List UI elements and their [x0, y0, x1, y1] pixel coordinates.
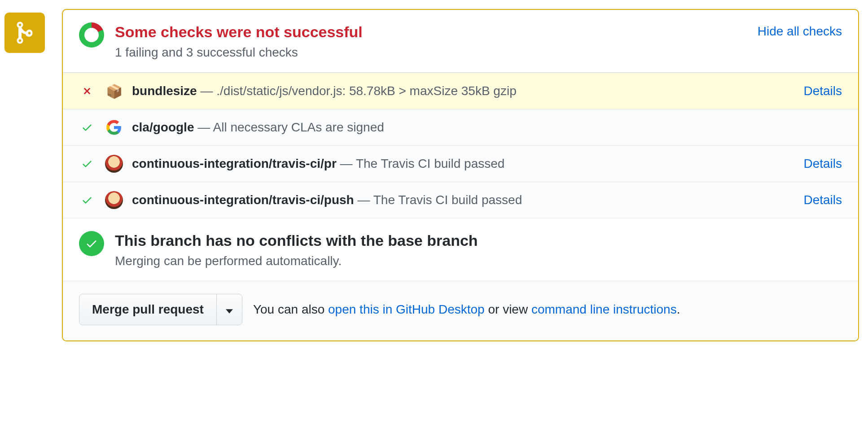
caret-down-icon: [226, 309, 233, 314]
check-details-link[interactable]: Details: [803, 193, 842, 207]
check-avatar: 📦: [105, 82, 123, 100]
check-status-icon: [79, 194, 95, 206]
check-name: continuous-integration/travis-ci/push: [132, 193, 354, 207]
git-merge-icon: [13, 20, 36, 45]
merge-actions-section: Merge pull request You can also open thi…: [63, 281, 858, 340]
hide-all-checks-link[interactable]: Hide all checks: [758, 24, 842, 39]
check-text: cla/google — All necessary CLAs are sign…: [132, 120, 842, 135]
check-row: cla/google — All necessary CLAs are sign…: [63, 109, 858, 145]
check-name: cla/google: [132, 120, 194, 134]
success-circle-icon: [79, 231, 104, 256]
check-row: continuous-integration/travis-ci/pr — Th…: [63, 145, 858, 182]
checks-summary-subtitle: 1 failing and 3 successful checks: [115, 45, 758, 60]
check-icon: [81, 158, 93, 170]
check-desc: The Travis CI build passed: [373, 193, 522, 207]
check-icon: [85, 237, 98, 250]
check-status-icon: [79, 158, 95, 170]
check-icon: [81, 194, 93, 206]
travis-ci-avatar-icon: [105, 155, 123, 173]
conflicts-subtitle: Merging can be performed automatically.: [115, 254, 842, 268]
check-name: bundlesize: [132, 84, 197, 98]
check-status-icon: [79, 122, 95, 133]
command-line-instructions-link[interactable]: command line instructions: [531, 302, 677, 316]
check-row: continuous-integration/travis-ci/push — …: [63, 182, 858, 218]
check-text: continuous-integration/travis-ci/pr — Th…: [132, 157, 796, 171]
merge-button-group: Merge pull request: [79, 294, 242, 325]
x-icon: [82, 86, 92, 96]
travis-ci-avatar-icon: [105, 191, 123, 209]
google-logo-icon: [106, 119, 122, 135]
check-row: 📦bundlesize — ./dist/static/js/vendor.js…: [63, 73, 858, 109]
package-icon: 📦: [106, 83, 123, 99]
check-text: continuous-integration/travis-ci/push — …: [132, 193, 796, 207]
check-name: continuous-integration/travis-ci/pr: [132, 157, 337, 170]
merge-status-panel: Some checks were not successful 1 failin…: [62, 9, 859, 341]
check-icon: [81, 122, 93, 133]
merge-status-badge: [4, 13, 45, 53]
merge-help-mid: or view: [485, 302, 531, 316]
checks-summary-title: Some checks were not successful: [115, 22, 758, 42]
check-status-icon: [79, 86, 95, 96]
merge-help-prefix: You can also: [253, 302, 328, 316]
check-desc: ./dist/static/js/vendor.js: 58.78kB > ma…: [216, 84, 516, 98]
check-details-link[interactable]: Details: [803, 84, 842, 98]
check-desc: The Travis CI build passed: [356, 157, 505, 170]
merge-options-dropdown-button[interactable]: [216, 294, 242, 325]
merge-help-text: You can also open this in GitHub Desktop…: [253, 302, 680, 317]
conflicts-section: This branch has no conflicts with the ba…: [63, 218, 858, 281]
check-text: bundlesize — ./dist/static/js/vendor.js:…: [132, 84, 796, 98]
conflicts-title: This branch has no conflicts with the ba…: [115, 231, 842, 250]
merge-help-suffix: .: [677, 302, 680, 316]
open-github-desktop-link[interactable]: open this in GitHub Desktop: [328, 302, 485, 316]
checks-donut-icon: [79, 22, 104, 48]
merge-pull-request-button[interactable]: Merge pull request: [79, 294, 216, 325]
checks-summary-section: Some checks were not successful 1 failin…: [63, 10, 858, 73]
check-avatar: [105, 155, 123, 173]
check-details-link[interactable]: Details: [803, 157, 842, 171]
check-avatar: [105, 191, 123, 209]
check-desc: All necessary CLAs are signed: [213, 120, 384, 134]
check-avatar: [105, 118, 123, 136]
